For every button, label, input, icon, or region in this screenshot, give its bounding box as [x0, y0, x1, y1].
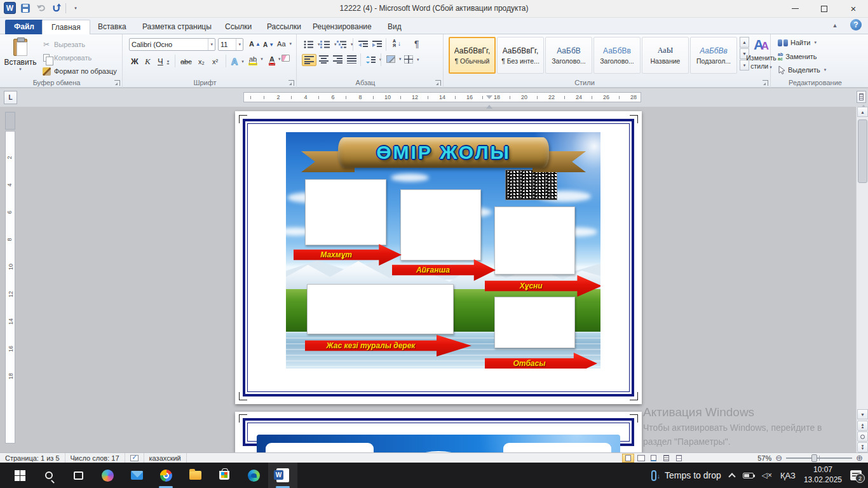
zoom-slider[interactable] [786, 458, 852, 459]
highlight-button[interactable]: ab [247, 54, 265, 64]
align-center-button[interactable] [317, 54, 330, 65]
photo-placeholder-3[interactable] [494, 207, 575, 274]
tab-insert[interactable]: Вставка [89, 20, 135, 34]
language-indicator[interactable]: казахский [144, 453, 187, 463]
zoom-out-icon[interactable]: ⊖ [775, 453, 782, 463]
copilot-button[interactable] [93, 463, 122, 488]
italic-button[interactable]: К [143, 55, 153, 68]
tab-review[interactable]: Рецензирование [304, 20, 381, 34]
style-subtitle[interactable]: АаБбВв Подзагол... [690, 37, 737, 74]
battery-icon[interactable] [743, 473, 754, 478]
word-count[interactable]: Число слов: 17 [65, 453, 125, 463]
bold-button[interactable]: Ж [129, 55, 140, 67]
tab-file[interactable]: Файл [5, 20, 43, 34]
borders-button[interactable] [402, 54, 421, 65]
decrease-indent-button[interactable] [356, 39, 370, 50]
justify-button[interactable] [345, 54, 358, 65]
tab-selector-button[interactable]: L [4, 91, 17, 104]
file-explorer-button[interactable] [180, 463, 210, 488]
shrink-font-button[interactable]: А▼ [261, 40, 276, 50]
replace-button[interactable]: abacЗаменить [776, 51, 819, 62]
clipboard-dialog-launcher[interactable] [114, 80, 120, 86]
style-title[interactable]: АаЫ Название [642, 37, 689, 74]
poster-image[interactable]: ӨМІР ЖОЛЫ Махмұт Айғанша Хұсни Жас кезі … [286, 132, 600, 369]
photo-placeholder-4[interactable] [307, 284, 454, 334]
word-taskbar-button[interactable] [268, 463, 297, 488]
document-page-1[interactable]: ӨМІР ЖОЛЫ Махмұт Айғанша Хұсни Жас кезі … [235, 111, 642, 404]
hanging-indent-marker[interactable] [486, 102, 492, 109]
shading-button[interactable] [384, 54, 403, 64]
underline-button[interactable]: Ч [156, 55, 171, 67]
font-color-button[interactable]: А [268, 54, 282, 64]
taskbar-search-button[interactable] [34, 463, 64, 488]
cut-button[interactable]: ✂Вырезать [39, 38, 87, 51]
subscript-button[interactable]: х₂ [196, 57, 207, 67]
start-button[interactable] [5, 463, 34, 488]
tab-mailings[interactable]: Рассылки [258, 20, 310, 34]
v-ruler[interactable]: 24681012141618 [5, 108, 15, 447]
change-styles-button[interactable]: АА Изменить стили [752, 37, 770, 71]
show-marks-button[interactable]: ¶ [412, 37, 421, 50]
h-ruler[interactable]: 246810121416182022242628 [243, 92, 641, 102]
photo-placeholder-5[interactable] [494, 297, 575, 348]
select-button[interactable]: Выделить [776, 64, 828, 76]
collapse-ribbon-icon[interactable]: ▲ [830, 20, 840, 30]
text-effects-button[interactable]: А [229, 55, 246, 68]
strikethrough-button[interactable]: abc [179, 57, 194, 67]
chrome-button[interactable] [151, 463, 180, 488]
paste-button[interactable]: Вставить ▾ [5, 37, 36, 83]
draft-view-button[interactable] [673, 454, 685, 463]
photo-placeholder-2[interactable] [400, 189, 481, 261]
style-heading2[interactable]: АаБбВв Заголово... [593, 37, 641, 74]
next-page-button[interactable]: ▼▼ [857, 442, 868, 452]
maximize-button[interactable] [810, 0, 839, 17]
ruler-toggle-button[interactable] [857, 91, 866, 103]
scrollbar-thumb[interactable] [858, 119, 867, 183]
multilevel-list-button[interactable] [335, 39, 355, 50]
align-left-button[interactable] [302, 54, 316, 66]
keyboard-language[interactable]: ҚАЗ [780, 471, 796, 480]
close-button[interactable]: × [839, 0, 868, 17]
style-no-spacing[interactable]: АаБбВвГг, ¶ Без инте... [497, 37, 544, 74]
zoom-slider-thumb[interactable] [811, 454, 817, 462]
align-right-button[interactable] [331, 54, 344, 65]
tab-view[interactable]: Вид [379, 20, 410, 34]
font-size-combo[interactable]: 11▾ [218, 38, 243, 51]
volume-muted-icon[interactable]: ◁× [762, 471, 772, 480]
grow-font-button[interactable]: А▲ [247, 39, 262, 49]
document-page-2[interactable] [235, 412, 642, 452]
help-icon[interactable]: ? [850, 19, 862, 30]
proofing-status[interactable] [125, 453, 144, 463]
styles-dialog-launcher[interactable] [763, 80, 768, 86]
outline-view-button[interactable] [660, 454, 672, 463]
increase-indent-button[interactable] [370, 39, 384, 50]
print-layout-view-button[interactable] [622, 454, 634, 463]
scroll-down-button[interactable]: ▼ [857, 409, 868, 419]
vertical-scrollbar[interactable]: ▲ ▼ ▲▲ ▼▼ [856, 107, 868, 452]
weather-icon[interactable] [651, 470, 656, 481]
edge-button[interactable] [239, 463, 268, 488]
page-indicator[interactable]: Страница: 1 из 5 [0, 453, 65, 463]
tab-home[interactable]: Главная [42, 20, 90, 34]
weather-text[interactable]: Temps to drop [665, 470, 721, 480]
clock[interactable]: 10:07 13.02.2025 [804, 465, 842, 485]
notification-center-icon[interactable]: 2 [850, 470, 862, 480]
superscript-button[interactable]: х² [210, 57, 220, 67]
font-dialog-launcher[interactable] [288, 80, 294, 86]
task-view-button[interactable] [64, 463, 93, 488]
paragraph-dialog-launcher[interactable] [435, 80, 441, 86]
sort-button[interactable]: АЯ ↓ [391, 37, 403, 49]
previous-page-button[interactable]: ▲▲ [857, 421, 868, 431]
font-family-combo[interactable]: Calibri (Осно▾ [129, 38, 215, 51]
tab-references[interactable]: Ссылки [216, 20, 261, 34]
zoom-level[interactable]: 57% [757, 454, 771, 462]
mail-button[interactable] [122, 463, 151, 488]
zoom-in-icon[interactable]: ⊕ [856, 453, 863, 463]
select-browse-object-button[interactable] [857, 431, 868, 442]
copy-button[interactable]: Копировать [39, 51, 93, 64]
styles-scroll-up[interactable]: ▲ [740, 37, 749, 48]
reading-view-button[interactable] [635, 454, 647, 463]
web-layout-view-button[interactable] [648, 454, 660, 463]
scroll-up-button[interactable]: ▲ [857, 107, 868, 117]
tray-expand-icon[interactable] [728, 473, 735, 480]
